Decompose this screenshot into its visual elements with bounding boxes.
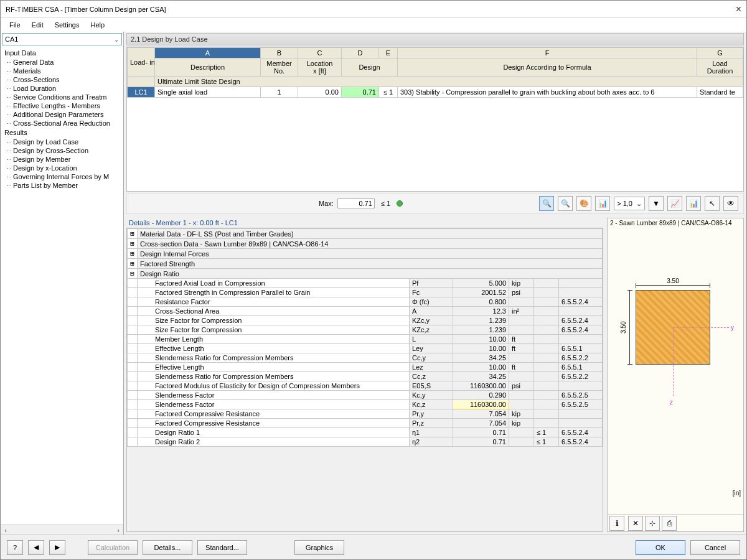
group-label: Factored Strength: [138, 259, 603, 269]
menu-help[interactable]: Help: [85, 20, 110, 30]
main-panel: 2.1 Design by Load Case Load- ing A B C …: [124, 32, 746, 534]
tree-item[interactable]: Materials: [1, 67, 123, 75]
tree-item[interactable]: Parts List by Member: [1, 181, 123, 190]
colors-button[interactable]: 🎨: [576, 196, 591, 211]
detail-row[interactable]: Effective LengthLez10.00ft6.5.5.1: [128, 363, 603, 372]
tree-item[interactable]: Design by Load Case: [1, 138, 123, 146]
next-button[interactable]: ▶: [49, 540, 65, 555]
expand-icon[interactable]: ⊞: [128, 229, 138, 239]
max-label: Max:: [319, 200, 334, 207]
col-loading: Load- ing: [128, 48, 155, 77]
col-a[interactable]: A: [155, 48, 261, 58]
tree-results-head: Results: [1, 128, 123, 138]
detail-row[interactable]: Size Factor for CompressionKZc,z1.2396.5…: [128, 325, 603, 335]
scroll-left-icon[interactable]: ‹: [1, 526, 11, 534]
graphics-button[interactable]: Graphics: [294, 540, 344, 555]
detail-row[interactable]: Factored Modulus of Elasticity for Desig…: [128, 381, 603, 391]
detail-row[interactable]: Slenderness FactorKc,y0.2906.5.5.2.5: [128, 391, 603, 400]
details-button[interactable]: Details...: [143, 540, 192, 555]
tree-item[interactable]: Governing Internal Forces by M: [1, 172, 123, 181]
col-formula: Design According to Formula: [398, 58, 697, 77]
menu-settings[interactable]: Settings: [50, 20, 85, 30]
col-d[interactable]: D: [342, 48, 379, 58]
ratio-filter-combo[interactable]: > 1,0⌄: [614, 197, 645, 210]
tree-item[interactable]: Load Duration: [1, 84, 123, 93]
tree-item[interactable]: Service Conditions and Treatm: [1, 93, 123, 101]
ok-button[interactable]: OK: [636, 540, 685, 555]
standard-button[interactable]: Standard...: [197, 540, 247, 555]
cell-duration: Standard te: [697, 87, 743, 98]
expand-icon[interactable]: ⊟: [128, 269, 138, 279]
chart-button[interactable]: 📈: [667, 196, 682, 211]
tree-item[interactable]: Design by x-Location: [1, 164, 123, 172]
data-row[interactable]: LC1 Single axial load 1 0.00 0.71 ≤ 1 30…: [128, 87, 743, 98]
col-c[interactable]: C: [298, 48, 342, 58]
scroll-right-icon[interactable]: ›: [113, 526, 123, 534]
title-bar: RF-TIMBER CSA - [Timber Column Design pe…: [1, 1, 746, 18]
col-e[interactable]: E: [379, 48, 398, 58]
prev-button[interactable]: ◀: [28, 540, 44, 555]
menu-file[interactable]: File: [4, 20, 26, 30]
select-button[interactable]: ↖: [705, 196, 720, 211]
col-design: Design: [342, 58, 398, 77]
detail-row[interactable]: Resistance FactorΦ (fc)0.8006.5.5.2.4: [128, 297, 603, 307]
filter-button-1[interactable]: 🔍: [539, 196, 554, 211]
dim-height: 3.50: [620, 290, 627, 365]
col-loc: Location x [ft]: [298, 58, 342, 77]
max-input[interactable]: [337, 198, 375, 208]
detail-row[interactable]: Factored Strength in Compression Paralle…: [128, 288, 603, 297]
tree-item[interactable]: Design by Member: [1, 155, 123, 164]
tree-item[interactable]: Cross-Sections: [1, 75, 123, 84]
detail-row[interactable]: Size Factor for CompressionKZc,y1.2396.5…: [128, 316, 603, 325]
sidebar-h-scrollbar[interactable]: ‹ ›: [1, 525, 123, 534]
detail-row[interactable]: Slenderness FactorKc,z1160300.006.5.5.2.…: [128, 400, 603, 409]
unit-label: [in]: [733, 490, 741, 497]
detail-row[interactable]: Cross-Sectional AreaA12.3in²: [128, 307, 603, 316]
filter-button-2[interactable]: 🔍: [558, 196, 573, 211]
axis-y-label: y: [731, 324, 734, 331]
print-section-button[interactable]: ⎙: [662, 516, 677, 531]
tree-item[interactable]: Effective Lengths - Members: [1, 101, 123, 110]
help-button[interactable]: ?: [7, 540, 23, 555]
export-excel-button[interactable]: 📊: [686, 196, 701, 211]
dims-button[interactable]: ⊹: [645, 516, 660, 531]
cancel-button[interactable]: Cancel: [690, 540, 740, 555]
axis-y: [673, 327, 729, 328]
detail-row[interactable]: Factored Compressive ResistancePr,y7.054…: [128, 409, 603, 419]
detail-row[interactable]: Member LengthL10.00ft: [128, 335, 603, 344]
view-button[interactable]: 👁: [723, 196, 738, 211]
calculation-button[interactable]: Calculation: [88, 540, 138, 555]
tree-item[interactable]: Design by Cross-Section: [1, 146, 123, 155]
expand-icon[interactable]: ⊞: [128, 259, 138, 269]
detail-row[interactable]: Design Ratio 1η10.71≤ 16.5.5.2.4: [128, 428, 603, 437]
expand-icon[interactable]: ⊞: [128, 249, 138, 259]
tree-item[interactable]: Additional Design Parameters: [1, 110, 123, 119]
apply-filter-button[interactable]: ▼: [649, 196, 664, 211]
cell-loc: 0.00: [298, 87, 342, 98]
tree-item[interactable]: General Data: [1, 58, 123, 67]
menu-edit[interactable]: Edit: [27, 20, 49, 30]
case-combo[interactable]: CA1 ⌄: [2, 33, 122, 45]
bars-button[interactable]: 📊: [595, 196, 610, 211]
max-cond: ≤ 1: [378, 200, 393, 207]
cross-section-canvas: 3.50 3.50 y z [in]: [608, 228, 743, 514]
panel-title: 2.1 Design by Load Case: [126, 33, 744, 45]
detail-row[interactable]: Effective LengthLey10.00ft6.5.5.1: [128, 344, 603, 353]
expand-icon[interactable]: ⊞: [128, 239, 138, 249]
col-b[interactable]: B: [261, 48, 298, 58]
col-duration: Load Duration: [697, 58, 743, 77]
cell-lc: LC1: [128, 87, 155, 98]
detail-row[interactable]: Slenderness Ratio for Compression Member…: [128, 372, 603, 381]
tree-item[interactable]: Cross-Sectional Area Reduction: [1, 119, 123, 128]
detail-row[interactable]: Design Ratio 2η20.71≤ 16.5.5.2.4: [128, 437, 603, 447]
cell-formula: 303) Stability - Compression parallel to…: [398, 87, 697, 98]
axes-button[interactable]: ✕: [628, 516, 643, 531]
detail-row[interactable]: Factored Axial Load in CompressionPf5.00…: [128, 279, 603, 288]
detail-row[interactable]: Factored Compressive ResistancePr,z7.054…: [128, 419, 603, 428]
cross-section-toolbar: ℹ ✕ ⊹ ⎙: [608, 514, 743, 531]
col-f[interactable]: F: [398, 48, 697, 58]
close-icon[interactable]: ×: [736, 4, 741, 15]
detail-row[interactable]: Slenderness Ratio for Compression Member…: [128, 353, 603, 363]
info-button[interactable]: ℹ: [609, 516, 624, 531]
col-g[interactable]: G: [697, 48, 743, 58]
